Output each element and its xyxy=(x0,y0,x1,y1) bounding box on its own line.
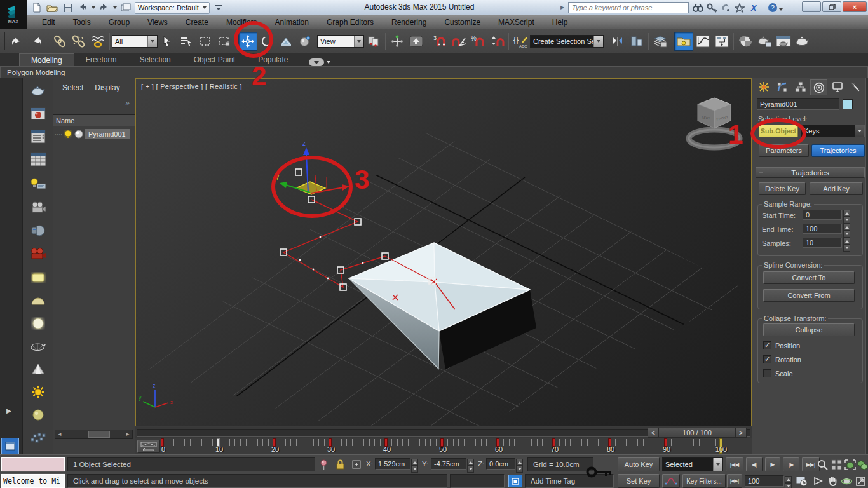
favorites-star-icon[interactable] xyxy=(733,2,746,13)
minimize-button[interactable]: — xyxy=(802,1,821,12)
open-file-button[interactable] xyxy=(46,2,58,13)
zoom-all-icon[interactable] xyxy=(830,459,843,470)
time-slider-value[interactable]: 100 / 100 xyxy=(659,428,735,438)
workspace-menu-button[interactable] xyxy=(212,2,225,13)
bind-to-space-warp-icon[interactable] xyxy=(88,32,107,51)
end-time-field[interactable] xyxy=(803,224,842,234)
max-logo[interactable]: MAX xyxy=(0,0,27,29)
exchange-apps-icon[interactable]: X xyxy=(747,2,760,13)
help-caret[interactable] xyxy=(779,8,783,13)
menu-tools[interactable]: Tools xyxy=(64,15,100,29)
keyboard-shortcut-override-button[interactable] xyxy=(407,32,426,51)
modify-tab-icon[interactable] xyxy=(773,79,790,95)
render-teapot-icon[interactable] xyxy=(25,82,51,100)
help-icon[interactable]: ? xyxy=(766,2,779,13)
maxscript-mini-listener[interactable]: Welcome to Mi xyxy=(1,474,65,488)
spinner-snap-toggle-button[interactable] xyxy=(487,32,506,51)
layer-manager-button[interactable] xyxy=(651,32,670,51)
play-animation-button[interactable]: ▶ xyxy=(765,458,780,471)
isolate-selection-pin-icon[interactable] xyxy=(318,459,329,470)
rotation-checkbox[interactable]: ✓ xyxy=(763,355,771,363)
toolbar-grip[interactable] xyxy=(3,32,5,50)
camera-view-icon[interactable] xyxy=(25,222,51,240)
snaps-toggle-button[interactable]: 3 xyxy=(430,32,449,51)
rectangular-selection-region-button[interactable] xyxy=(196,32,215,51)
plane-light-icon[interactable] xyxy=(25,269,51,287)
angle-snap-toggle-button[interactable] xyxy=(449,32,468,51)
docked-listener-button[interactable] xyxy=(1,438,19,454)
selection-filter-dropdown[interactable]: All xyxy=(112,35,158,48)
undo-history-caret[interactable] xyxy=(92,6,95,11)
menu-group[interactable]: Group xyxy=(100,15,139,29)
motion-tab-icon[interactable] xyxy=(810,79,827,95)
object-name-field[interactable] xyxy=(757,98,839,110)
align-button[interactable] xyxy=(627,32,646,51)
go-to-start-button[interactable]: |◀◀ xyxy=(726,458,743,471)
restore-button[interactable] xyxy=(822,1,841,12)
explorer-row-pyramid001[interactable]: ···· Pyramid001 xyxy=(53,128,135,140)
explorer-h-scrollbar[interactable]: ◄ ► xyxy=(55,430,133,439)
trajectories-rollout-header[interactable]: − Trajectories xyxy=(756,167,865,178)
samples-field[interactable] xyxy=(803,238,842,248)
select-and-link-icon[interactable] xyxy=(50,32,69,51)
previous-frame-button[interactable]: ◀| xyxy=(746,458,763,471)
menu-customize[interactable]: Customize xyxy=(435,15,489,29)
pan-hand-icon[interactable] xyxy=(826,475,839,487)
ribbon-tab-modeling[interactable]: Modeling xyxy=(19,53,74,66)
named-selection-sets-dropdown[interactable]: Create Selection Se xyxy=(530,35,604,48)
add-key-button[interactable]: Add Key xyxy=(810,182,863,195)
selection-lock-icon[interactable] xyxy=(334,459,346,470)
auto-key-button[interactable]: Auto Key xyxy=(618,458,660,471)
expand-panel-arrow[interactable]: ▶ xyxy=(6,407,11,414)
set-keys-key-icon[interactable] xyxy=(585,461,615,483)
grid-panel-icon[interactable] xyxy=(25,151,51,168)
y-spinner[interactable] xyxy=(467,459,474,469)
scroll-left-icon[interactable]: ◄ xyxy=(55,431,62,437)
zoom-extents-icon[interactable] xyxy=(844,459,857,470)
ribbon-tab-selection[interactable]: Selection xyxy=(128,53,182,66)
absolute-mode-toggle[interactable] xyxy=(508,475,522,487)
redo-button[interactable] xyxy=(98,2,111,13)
reference-coordinate-system-dropdown[interactable]: View xyxy=(317,35,364,48)
redo-scene-button[interactable] xyxy=(27,32,46,51)
menu-rendering[interactable]: Rendering xyxy=(383,15,435,29)
select-and-scale-button[interactable] xyxy=(276,32,295,51)
perspective-viewport[interactable]: z y LEFT FRONT z y x [ + ] [ Perspective… xyxy=(135,78,752,426)
convert-to-button[interactable]: Convert To xyxy=(763,271,855,284)
create-tab-icon[interactable] xyxy=(755,79,772,95)
select-by-name-button[interactable] xyxy=(177,32,196,51)
next-frame-arrow[interactable]: > xyxy=(735,428,747,438)
edit-named-selection-sets-button[interactable]: {}ABC xyxy=(511,32,530,51)
key-filters-button[interactable]: Key Filters... xyxy=(682,474,726,488)
ribbon-tab-freeform[interactable]: Freeform xyxy=(74,53,128,66)
explorer-menu-select[interactable]: Select xyxy=(62,83,83,92)
render-setup-button[interactable] xyxy=(755,32,774,51)
menu-create[interactable]: Create xyxy=(177,15,217,29)
display-tab-icon[interactable] xyxy=(829,79,846,95)
zoom-extents-all-icon[interactable] xyxy=(857,459,868,470)
collapse-button[interactable]: Collapse xyxy=(763,323,855,336)
next-frame-button[interactable]: |▶ xyxy=(783,458,799,471)
key-mode-toggle-button[interactable]: |◀▶| xyxy=(727,474,742,488)
transform-type-in-icon[interactable] xyxy=(351,459,362,470)
select-and-manipulate-button[interactable] xyxy=(388,32,407,51)
scroll-thumb[interactable] xyxy=(88,431,110,438)
close-button[interactable]: × xyxy=(843,1,867,12)
frame-spinner[interactable] xyxy=(785,476,792,486)
previous-frame-arrow[interactable]: < xyxy=(648,428,659,438)
y-coordinate-field[interactable] xyxy=(431,458,466,470)
menu-maxscript[interactable]: MAXScript xyxy=(489,15,543,29)
ribbon-display-options[interactable] xyxy=(309,58,330,66)
trajectories-button[interactable]: Trajectories xyxy=(811,144,865,157)
current-frame-field[interactable] xyxy=(745,475,784,487)
selection-level-dropdown[interactable]: Keys xyxy=(801,125,865,137)
z-coordinate-field[interactable] xyxy=(486,458,515,470)
set-key-button[interactable]: Set Key xyxy=(618,474,660,488)
infocenter-toggle[interactable]: ▶ xyxy=(560,4,564,10)
workspace-dropdown[interactable]: Workspace: Default xyxy=(135,2,210,14)
film-camera-icon[interactable] xyxy=(25,199,51,217)
default-in-out-tangents-button[interactable] xyxy=(662,474,680,488)
sun-light-icon[interactable] xyxy=(25,383,51,401)
track-bar[interactable]: 0 10 20 30 40 50 60 70 80 90 100 xyxy=(135,438,752,454)
time-configuration-icon[interactable] xyxy=(794,475,810,487)
